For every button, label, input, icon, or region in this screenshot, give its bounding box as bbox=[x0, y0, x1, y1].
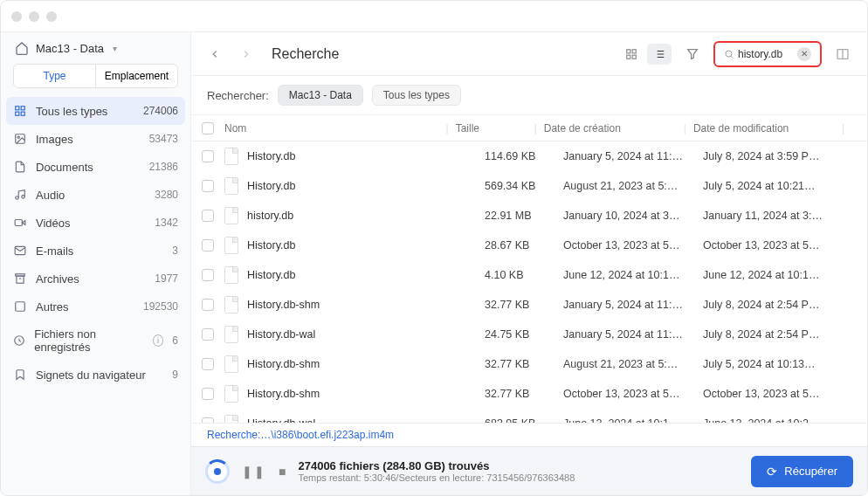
file-modified: July 5, 2024 at 10:21… bbox=[703, 180, 851, 192]
recover-button[interactable]: ⟳ Récupérer bbox=[751, 456, 853, 487]
sidebar-item-others[interactable]: Autres 192530 bbox=[1, 293, 190, 320]
table-row[interactable]: history.db22.91 MBJanuary 10, 2024 at 3…… bbox=[191, 201, 867, 231]
sidebar-item-count: 3280 bbox=[155, 189, 178, 201]
others-icon bbox=[13, 300, 27, 313]
sidebar-item-count: 6 bbox=[172, 334, 178, 347]
file-size: 22.91 MB bbox=[485, 210, 563, 222]
table-row[interactable]: History.db-shm32.77 KBAugust 21, 2023 at… bbox=[191, 349, 867, 379]
toggle-location[interactable]: Emplacement bbox=[96, 65, 177, 87]
file-name: History.db bbox=[247, 269, 485, 281]
table-row[interactable]: History.db569.34 KBAugust 21, 2023 at 5:… bbox=[191, 171, 867, 201]
svg-rect-15 bbox=[632, 49, 636, 52]
file-name: History.db bbox=[247, 150, 485, 162]
location-selector[interactable]: Mac13 - Data ▾ bbox=[1, 36, 190, 64]
file-created: January 5, 2024 at 11:… bbox=[563, 150, 703, 162]
recover-label: Récupérer bbox=[784, 465, 837, 478]
row-checkbox[interactable] bbox=[202, 180, 214, 192]
row-checkbox[interactable] bbox=[202, 328, 214, 341]
svg-rect-14 bbox=[627, 49, 630, 52]
sidebar-item-audio[interactable]: Audio 3280 bbox=[1, 181, 190, 209]
path-bar[interactable]: Recherche:…\i386\boot.efi.j223ap.im4m bbox=[191, 423, 867, 446]
search-icon bbox=[724, 49, 734, 59]
sidebar-toggle[interactable]: Type Emplacement bbox=[13, 64, 178, 88]
grid-icon bbox=[13, 104, 27, 118]
window-controls[interactable] bbox=[11, 11, 57, 22]
file-icon bbox=[224, 177, 238, 195]
search-scope-label: Rechercher: bbox=[207, 89, 269, 102]
file-size: 24.75 KB bbox=[485, 328, 563, 341]
scope-chip-type[interactable]: Tous les types bbox=[372, 85, 461, 106]
row-checkbox[interactable] bbox=[202, 239, 214, 251]
search-scope-row: Rechercher: Mac13 - Data Tous les types bbox=[191, 76, 867, 115]
select-all-checkbox[interactable] bbox=[202, 122, 214, 134]
row-checkbox[interactable] bbox=[202, 299, 214, 311]
file-created: October 13, 2023 at 5… bbox=[563, 388, 703, 400]
unregistered-icon bbox=[13, 334, 25, 348]
file-created: January 5, 2024 at 11:… bbox=[563, 299, 703, 311]
search-clear-button[interactable]: ✕ bbox=[797, 47, 811, 61]
sidebar-item-videos[interactable]: Vidéos 1342 bbox=[1, 209, 190, 237]
file-size: 4.10 KB bbox=[485, 269, 563, 281]
table-row[interactable]: History.db-wal24.75 KBJanuary 5, 2024 at… bbox=[191, 320, 867, 349]
table-row[interactable]: History.db28.67 KBOctober 13, 2023 at 5…… bbox=[191, 231, 867, 260]
row-checkbox[interactable] bbox=[202, 358, 214, 370]
list-view-button[interactable] bbox=[647, 44, 672, 65]
sidebar-item-bookmarks[interactable]: Signets du navigateur 9 bbox=[1, 361, 190, 389]
file-icon bbox=[224, 296, 238, 313]
pause-button[interactable]: ❚❚ bbox=[242, 465, 266, 479]
file-name: History.db-wal bbox=[247, 328, 485, 341]
row-checkbox[interactable] bbox=[202, 388, 214, 400]
sidebar-item-emails[interactable]: E-mails 3 bbox=[1, 237, 190, 265]
audio-icon bbox=[13, 188, 27, 202]
file-icon bbox=[224, 237, 238, 254]
file-modified: October 13, 2023 at 5… bbox=[703, 388, 851, 400]
file-icon bbox=[224, 266, 238, 284]
table-row[interactable]: History.db4.10 KBJune 12, 2024 at 10:1…J… bbox=[191, 260, 867, 290]
table-row[interactable]: History.db-shm32.77 KBJanuary 5, 2024 at… bbox=[191, 290, 867, 320]
sidebar-item-all-types[interactable]: Tous les types 274006 bbox=[6, 97, 185, 125]
document-icon bbox=[13, 160, 27, 174]
file-modified: July 8, 2024 at 2:54 P… bbox=[703, 299, 851, 311]
col-size-header[interactable]: Taille bbox=[456, 122, 534, 134]
row-checkbox[interactable] bbox=[202, 150, 214, 162]
sidebar-item-archives[interactable]: Archives 1977 bbox=[1, 265, 190, 293]
filter-button[interactable] bbox=[680, 44, 705, 65]
close-window-icon[interactable] bbox=[11, 11, 22, 22]
scan-progress-icon bbox=[205, 459, 230, 484]
nav-back-button[interactable] bbox=[203, 43, 226, 65]
sidebar-item-label: E-mails bbox=[36, 245, 73, 258]
table-row[interactable]: History.db-wal683.95 KBJune 12, 2024 at … bbox=[191, 409, 867, 423]
info-icon[interactable]: i bbox=[153, 334, 164, 347]
svg-rect-1 bbox=[21, 107, 24, 110]
stop-button[interactable]: ■ bbox=[279, 465, 286, 479]
table-row[interactable]: History.db114.69 KBJanuary 5, 2024 at 11… bbox=[191, 141, 867, 171]
nav-forward-button[interactable] bbox=[235, 43, 258, 65]
col-modified-header[interactable]: Date de modification bbox=[693, 122, 842, 134]
col-name-header[interactable]: Nom bbox=[224, 122, 446, 134]
sidebar-item-unregistered[interactable]: Fichiers non enregistrés i 6 bbox=[1, 320, 190, 361]
scope-chip-location[interactable]: Mac13 - Data bbox=[278, 85, 363, 106]
svg-rect-2 bbox=[16, 112, 19, 115]
file-modified: July 5, 2024 at 10:13… bbox=[703, 358, 851, 370]
toggle-type[interactable]: Type bbox=[14, 65, 95, 87]
preview-panel-button[interactable] bbox=[830, 44, 855, 65]
email-icon bbox=[13, 244, 27, 258]
svg-rect-11 bbox=[17, 276, 24, 283]
minimize-window-icon[interactable] bbox=[29, 11, 39, 22]
sidebar-item-count: 274006 bbox=[143, 105, 178, 117]
archive-icon bbox=[13, 272, 27, 286]
grid-view-button[interactable] bbox=[619, 44, 644, 65]
file-name: History.db-shm bbox=[247, 388, 485, 400]
sidebar-item-documents[interactable]: Documents 21386 bbox=[1, 153, 190, 181]
sidebar-item-images[interactable]: Images 53473 bbox=[1, 125, 190, 153]
table-row[interactable]: History.db-shm32.77 KBOctober 13, 2023 a… bbox=[191, 379, 867, 409]
sidebar-item-label: Tous les types bbox=[36, 105, 107, 118]
file-size: 32.77 KB bbox=[485, 388, 563, 400]
file-created: October 13, 2023 at 5… bbox=[563, 239, 703, 251]
svg-rect-0 bbox=[16, 107, 19, 110]
row-checkbox[interactable] bbox=[202, 269, 214, 281]
maximize-window-icon[interactable] bbox=[46, 11, 57, 22]
search-input[interactable] bbox=[738, 48, 794, 60]
row-checkbox[interactable] bbox=[202, 210, 214, 222]
col-created-header[interactable]: Date de création bbox=[544, 122, 684, 134]
